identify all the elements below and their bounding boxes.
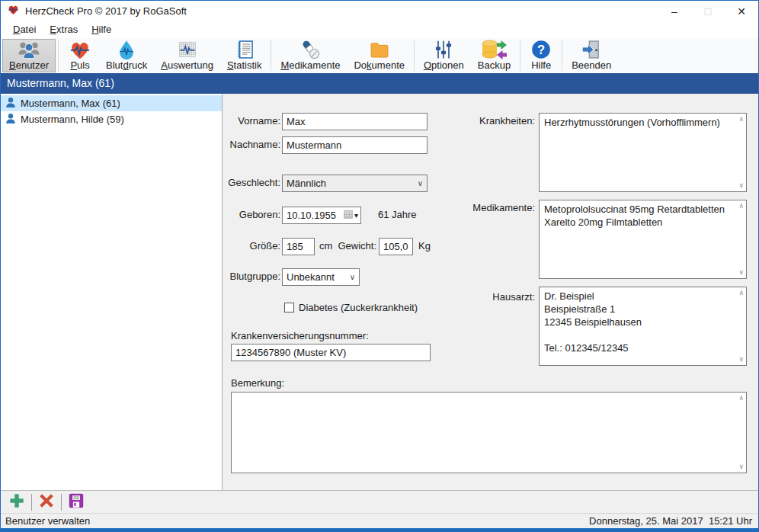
gewicht-label: Gewicht: bbox=[328, 240, 376, 252]
scroll-down-icon[interactable]: ∨ bbox=[738, 269, 744, 276]
calendar-icon bbox=[344, 210, 353, 221]
help-icon: ? bbox=[530, 39, 552, 60]
action-bar bbox=[1, 490, 758, 513]
scroll-down-icon[interactable]: ∨ bbox=[738, 463, 744, 470]
toolbar-auswertung-label: Auswertung bbox=[161, 60, 213, 71]
vorname-input[interactable]: Max bbox=[282, 113, 428, 130]
pills-icon bbox=[298, 39, 322, 60]
maximize-button[interactable]: □ bbox=[691, 2, 725, 21]
groesse-label: Größe: bbox=[223, 240, 280, 252]
toolbar-auswertung-button[interactable]: Auswertung bbox=[154, 39, 220, 72]
users-icon bbox=[17, 39, 41, 60]
geboren-label: Geboren: bbox=[223, 209, 280, 220]
statusbar: Benutzer verwalten Donnerstag, 25. Mai 2… bbox=[1, 513, 758, 528]
scroll-down-icon[interactable]: ∨ bbox=[738, 356, 744, 363]
blood-drop-icon bbox=[114, 39, 139, 60]
menubar: Datei Extras Hilfe bbox=[1, 21, 758, 38]
blutgruppe-select[interactable]: Unbekannt ∨ bbox=[282, 268, 360, 286]
delete-icon bbox=[38, 492, 55, 511]
scroll-up-icon[interactable]: ∧ bbox=[738, 116, 744, 123]
diabetes-checkbox[interactable] bbox=[284, 303, 294, 312]
save-user-button[interactable] bbox=[65, 492, 88, 512]
status-text: Benutzer verwalten bbox=[5, 515, 90, 527]
toolbar-blutdruck-label: Blutdruck bbox=[106, 60, 147, 71]
toolbar-separator bbox=[58, 40, 59, 71]
scroll-up-icon[interactable]: ∧ bbox=[738, 290, 744, 296]
krankheiten-textarea[interactable]: Herzrhytmusstörungen (Vorhofflimmern)∧∨ bbox=[539, 113, 747, 192]
action-separator bbox=[31, 494, 32, 511]
svg-text:?: ? bbox=[537, 43, 545, 57]
toolbar-separator bbox=[414, 40, 415, 71]
versicherung-input[interactable]: 1234567890 (Muster KV) bbox=[231, 344, 431, 361]
add-icon bbox=[8, 492, 25, 511]
exit-icon bbox=[579, 39, 604, 60]
nachname-input[interactable]: Mustermann bbox=[282, 136, 428, 154]
delete-user-button[interactable] bbox=[35, 492, 58, 512]
chevron-down-icon: ∨ bbox=[350, 273, 355, 281]
chevron-down-icon: ∨ bbox=[418, 179, 423, 187]
toolbar-medikamente-label: Medikamente bbox=[280, 60, 340, 71]
patient-list-item-label: Mustermann, Max (61) bbox=[21, 98, 120, 109]
toolbar-separator bbox=[562, 40, 562, 71]
heart-pulse-icon bbox=[68, 39, 92, 60]
toolbar-medikamente-button[interactable]: Medikamente bbox=[274, 39, 347, 72]
toolbar-benutzer-label: Benutzer bbox=[9, 60, 49, 71]
hausarzt-textarea[interactable]: Dr. Beispiel Beispielstraße 1 12345 Beis… bbox=[539, 287, 747, 366]
blutgruppe-label: Blutgruppe: bbox=[223, 271, 280, 282]
hausarzt-label: Hausarzt: bbox=[444, 291, 535, 303]
toolbar-benutzer-button[interactable]: Benutzer bbox=[2, 39, 56, 72]
gewicht-unit: Kg bbox=[418, 240, 431, 252]
toolbar-blutdruck-button[interactable]: Blutdruck bbox=[99, 39, 154, 72]
bemerkung-label: Bemerkung: bbox=[231, 377, 284, 389]
menu-hilfe[interactable]: Hilfe bbox=[85, 23, 118, 37]
geschlecht-select[interactable]: Männlich ∨ bbox=[282, 175, 428, 192]
geboren-datepicker[interactable]: 10.10.1955 ▾ bbox=[282, 207, 361, 224]
minimize-button[interactable]: – bbox=[658, 2, 691, 21]
datetime-text: Donnerstag, 25. Mai 2017 15:21 Uhr bbox=[589, 515, 752, 527]
toolbar-beenden-label: Beenden bbox=[572, 60, 611, 71]
toolbar-backup-button[interactable]: Backup bbox=[471, 39, 517, 72]
person-icon bbox=[5, 97, 16, 111]
backup-icon bbox=[480, 39, 508, 60]
toolbar-dokumente-label: Dokumente bbox=[354, 60, 405, 71]
sliders-icon bbox=[432, 39, 455, 60]
patient-list-item-label: Mustermann, Hilde (59) bbox=[21, 114, 124, 125]
person-icon bbox=[5, 113, 16, 127]
groesse-input[interactable]: 185 bbox=[282, 238, 315, 255]
patient-list-item[interactable]: Mustermann, Hilde (59) bbox=[1, 111, 222, 127]
menu-datei[interactable]: Datei bbox=[6, 23, 43, 37]
toolbar-separator bbox=[271, 40, 271, 71]
add-user-button[interactable] bbox=[5, 492, 28, 512]
patient-list: Mustermann, Max (61) Mustermann, Hilde (… bbox=[1, 94, 223, 490]
toolbar-hilfe-button[interactable]: ? Hilfe bbox=[523, 39, 559, 72]
chart-grid-icon bbox=[175, 39, 200, 60]
toolbar-optionen-button[interactable]: Optionen bbox=[417, 39, 471, 72]
toolbar-dokumente-button[interactable]: Dokumente bbox=[347, 39, 412, 72]
scroll-down-icon[interactable]: ∨ bbox=[738, 182, 744, 189]
patient-list-item[interactable]: Mustermann, Max (61) bbox=[1, 95, 222, 111]
krankheiten-label: Krankheiten: bbox=[444, 115, 535, 127]
gewicht-input[interactable]: 105,0 bbox=[379, 238, 413, 255]
action-separator bbox=[61, 494, 62, 511]
nachname-label: Nachname: bbox=[223, 139, 280, 150]
menu-extras[interactable]: Extras bbox=[43, 23, 85, 37]
app-logo-heart-icon bbox=[7, 4, 20, 18]
toolbar-puls-button[interactable]: Puls bbox=[61, 39, 99, 72]
age-text: 61 Jahre bbox=[378, 209, 417, 220]
toolbar-statistik-button[interactable]: Statistik bbox=[220, 39, 269, 72]
report-icon bbox=[232, 39, 257, 60]
bemerkung-textarea[interactable]: ∧∨ bbox=[231, 392, 747, 473]
toolbar-beenden-button[interactable]: Beenden bbox=[565, 39, 618, 72]
scroll-up-icon[interactable]: ∧ bbox=[738, 203, 744, 210]
toolbar-backup-label: Backup bbox=[478, 60, 511, 71]
toolbar-separator bbox=[520, 40, 520, 71]
toolbar-optionen-label: Optionen bbox=[424, 60, 464, 71]
toolbar: Benutzer Puls Blutdruck Auswertung bbox=[1, 38, 758, 73]
close-button[interactable]: ✕ bbox=[725, 2, 758, 21]
titlebar: HerzCheck Pro © 2017 by RoGaSoft – □ ✕ bbox=[1, 1, 758, 21]
folder-icon bbox=[367, 39, 392, 60]
patient-header: Mustermann, Max (61) bbox=[1, 73, 758, 94]
patient-form: Vorname: Max Nachname: Mustermann Geschl… bbox=[223, 94, 758, 490]
medikamente-textarea[interactable]: Metoprololsuccinat 95mg Retardtabletten … bbox=[539, 200, 747, 279]
scroll-up-icon[interactable]: ∧ bbox=[738, 395, 744, 402]
